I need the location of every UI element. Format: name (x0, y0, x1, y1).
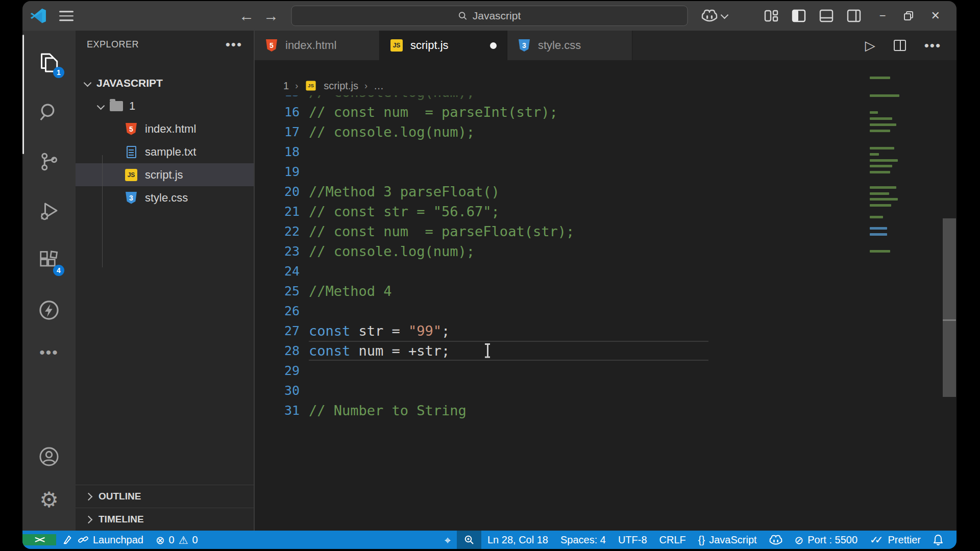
minimap-line (870, 204, 891, 207)
breadcrumb: 1 › JS script.js › … (255, 74, 957, 97)
run-button[interactable]: ▷ (865, 38, 875, 54)
minimap-line (870, 165, 892, 167)
screencast-item[interactable]: ⌖ (438, 535, 457, 545)
breadcrumb-symbol[interactable]: … (374, 80, 384, 92)
line-number: 23 (255, 244, 300, 259)
language-mode-item[interactable]: {} JavaScript (692, 534, 763, 546)
code-line-17[interactable]: 17// console.log(num); (255, 122, 957, 142)
outline-section[interactable]: OUTLINE (76, 485, 254, 508)
code-line-27[interactable]: 27const str = "99"; (255, 321, 957, 341)
line-content: // console.log(num); (300, 243, 475, 259)
code-line-28[interactable]: 28const num = +str; (255, 341, 957, 361)
search-text: Javascript (473, 10, 521, 22)
restore-button[interactable] (903, 11, 914, 21)
code-line-25[interactable]: 25//Method 4 (255, 281, 957, 301)
code-area[interactable]: 15// console.log(num);16// const num = p… (255, 95, 957, 531)
eol-item[interactable]: CRLF (653, 534, 692, 546)
code-line-18[interactable]: 18 (255, 142, 957, 162)
code-line-22[interactable]: 22// const num = parseFloat(str); (255, 221, 957, 241)
css-file-icon: 3 (125, 191, 138, 205)
css-file-icon: 3 (518, 39, 531, 52)
live-server-port-item[interactable]: ⊘ Port : 5500 (789, 534, 864, 546)
sash-highlight[interactable] (22, 35, 24, 154)
line-number: 19 (255, 164, 300, 179)
command-center-search[interactable]: Javascript (291, 6, 688, 26)
bell-icon (933, 534, 943, 545)
code-line-15[interactable]: 15// console.log(num); (255, 95, 957, 102)
copilot-icon (701, 9, 718, 22)
editor-scrollbar[interactable] (942, 31, 957, 531)
minimap-line (870, 153, 879, 156)
cursor-position-item[interactable]: Ln 28, Col 18 (481, 534, 554, 546)
js-file-icon: JS (306, 81, 316, 91)
explorer-sidebar: EXPLORER ••• JAVASCRIPT 1 5 index.html (76, 31, 255, 531)
toggle-panel-icon[interactable] (819, 9, 834, 23)
prettier-item[interactable]: ✓✓ Prettier (864, 534, 927, 546)
tab-style-css[interactable]: 3 style.css (507, 31, 632, 60)
forward-arrow-icon[interactable]: → (263, 7, 279, 24)
more-views-button[interactable]: ••• (22, 335, 76, 370)
split-editor-icon[interactable] (894, 40, 906, 51)
toggle-primary-sidebar-icon[interactable] (792, 9, 806, 23)
extensions-activity-button[interactable]: 4 (22, 236, 76, 285)
menu-icon[interactable] (59, 8, 74, 24)
minimap[interactable] (870, 77, 902, 260)
source-control-activity-button[interactable] (22, 137, 76, 186)
explorer-activity-button[interactable]: 1 (22, 38, 76, 87)
chevron-down-icon (720, 11, 728, 19)
code-line-26[interactable]: 26 (255, 301, 957, 321)
line-number: 26 (255, 304, 300, 318)
account-icon (38, 446, 60, 467)
line-content: // const num = parseInt(str); (300, 104, 558, 120)
scrollbar-thumb[interactable] (943, 218, 956, 397)
zoom-item[interactable] (457, 531, 481, 549)
code-line-21[interactable]: 21// const str = "56.67"; (255, 202, 957, 221)
code-line-29[interactable]: 29 (255, 361, 957, 381)
line-content: const str = "99"; (300, 323, 450, 339)
code-line-24[interactable]: 24 (255, 261, 957, 281)
run-debug-activity-button[interactable] (22, 186, 76, 236)
back-arrow-icon[interactable]: ← (239, 7, 254, 24)
errors-icon: ⊗ (156, 535, 165, 545)
workspace-root[interactable]: JAVASCRIPT (76, 71, 254, 94)
notifications-item[interactable] (927, 534, 949, 545)
code-line-23[interactable]: 23// console.log(num); (255, 241, 957, 261)
close-button[interactable]: ✕ (931, 10, 940, 21)
tab-script-js[interactable]: JS script.js (380, 31, 507, 60)
toggle-secondary-sidebar-icon[interactable] (847, 9, 861, 23)
remote-indicator[interactable]: >< (22, 534, 56, 545)
js-file-icon: JS (125, 168, 138, 182)
tree-folder[interactable]: 1 (76, 94, 254, 117)
more-actions-icon[interactable]: ••• (924, 38, 941, 54)
copilot-status-item[interactable] (763, 535, 789, 545)
minimize-button[interactable]: − (879, 10, 886, 21)
thunder-client-activity-button[interactable] (22, 285, 76, 335)
breadcrumb-folder[interactable]: 1 (283, 80, 289, 92)
unsaved-changes-dot[interactable] (490, 42, 497, 49)
minimap-line (870, 233, 887, 236)
code-line-20[interactable]: 20//Method 3 parseFloat() (255, 182, 957, 202)
search-activity-button[interactable] (22, 87, 76, 137)
encoding-item[interactable]: UTF-8 (612, 534, 653, 546)
file-tree: JAVASCRIPT 1 5 index.html sample.txt JS (76, 58, 254, 485)
chevron-right-icon (85, 492, 93, 500)
settings-button[interactable]: ⚙ (22, 480, 76, 520)
tree-item-index-html[interactable]: 5 index.html (76, 117, 254, 140)
problems-item[interactable]: ⊗ 0 ⚠ 0 (150, 534, 204, 546)
customize-layout-icon[interactable] (764, 9, 778, 23)
code-line-31[interactable]: 31// Number to String (255, 400, 957, 420)
line-content: // console.log(num); (300, 124, 475, 140)
indentation-item[interactable]: Spaces: 4 (554, 534, 612, 546)
breadcrumb-file[interactable]: script.js (324, 80, 358, 92)
copilot-menu[interactable] (701, 9, 727, 22)
code-line-19[interactable]: 19 (255, 162, 957, 182)
tab-index-html[interactable]: 5 index.html (255, 31, 380, 60)
line-content: //Method 3 parseFloat() (300, 184, 500, 199)
launchpad-item[interactable]: Launchpad (56, 534, 150, 546)
code-line-16[interactable]: 16// const num = parseInt(str); (255, 102, 957, 122)
minimap-line (870, 198, 898, 201)
timeline-section[interactable]: TIMELINE (76, 508, 254, 531)
code-line-30[interactable]: 30 (255, 381, 957, 400)
titlebar-right-actions: − ✕ (701, 1, 957, 31)
account-button[interactable] (22, 434, 76, 480)
